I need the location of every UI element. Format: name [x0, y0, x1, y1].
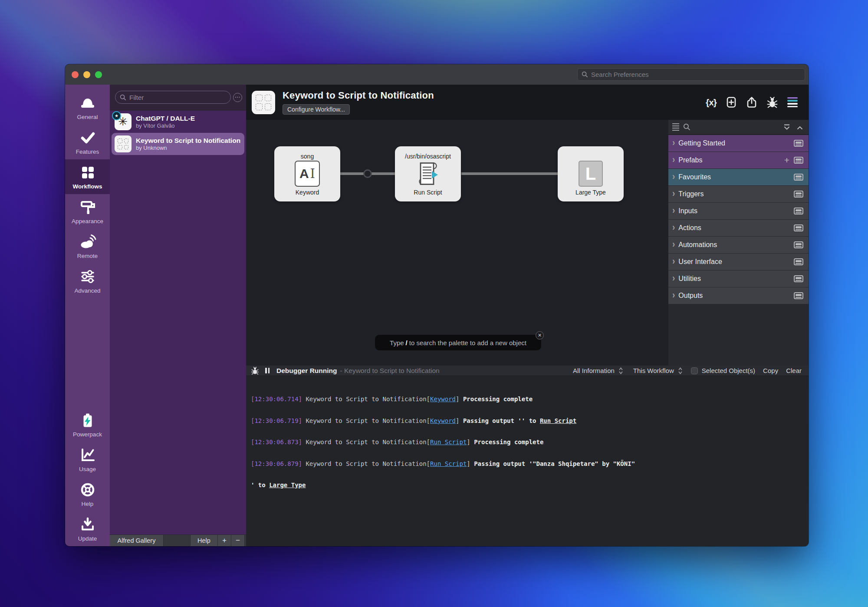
node-keyword[interactable]: song AI Keyword [274, 146, 340, 201]
copy-log-button[interactable]: Copy [763, 367, 778, 374]
palette-row-utilities[interactable]: › Utilities [668, 271, 809, 287]
log-line: [12:30:06.714] Keyword to Script to Noti… [251, 396, 809, 403]
node-run-script[interactable]: /usr/bin/osascript Run Script [395, 146, 461, 201]
pause-debugger-icon[interactable] [265, 368, 270, 373]
log-line: ' to Large Type [251, 482, 809, 489]
updated-badge-icon: ★ [112, 111, 121, 120]
stepper-icon[interactable] [678, 367, 683, 375]
share-icon[interactable] [746, 96, 757, 108]
battery-bolt-icon [79, 412, 96, 429]
detach-panel-icon[interactable] [794, 157, 803, 164]
tooltip-close-icon[interactable]: ✕ [536, 331, 544, 340]
connection-knob[interactable] [363, 169, 372, 178]
stepper-icon[interactable] [618, 367, 623, 375]
node-large-type[interactable]: L Large Type [558, 146, 624, 201]
debugger-log[interactable]: [12:30:06.714] Keyword to Script to Noti… [246, 376, 809, 546]
workflow-list-item-chatgpt[interactable]: ✳ ★ ChatGPT / DALL-E by Vítor Galvão [110, 111, 246, 133]
palette-row-automations[interactable]: › Automations [668, 237, 809, 253]
zoom-window-button[interactable] [95, 71, 102, 78]
run-script-icon [415, 161, 441, 187]
sidebar-item-label: Powerpack [73, 431, 102, 438]
log-scope-select[interactable]: This Workflow [633, 367, 674, 374]
workflow-filter-input[interactable] [129, 94, 220, 101]
detach-panel-icon[interactable] [794, 191, 803, 198]
debugger-header: Debugger Running - Keyword to Script to … [246, 366, 809, 376]
sidebar-item-appearance[interactable]: Appearance [65, 194, 110, 229]
colored-menu-icon[interactable] [787, 97, 798, 107]
remove-workflow-button[interactable]: − [231, 535, 245, 546]
detach-panel-icon[interactable] [794, 174, 803, 181]
sidebar-item-advanced[interactable]: Advanced [65, 264, 110, 298]
sidebar-item-label: Usage [79, 466, 96, 472]
palette-row-getting-started[interactable]: › Getting Started [668, 135, 809, 152]
workflow-author: by Unknown [136, 145, 240, 152]
add-object-icon[interactable] [726, 96, 737, 108]
palette-menu-icon[interactable] [672, 123, 679, 131]
detach-panel-icon[interactable] [794, 292, 803, 299]
log-link[interactable]: Large Type [269, 482, 306, 488]
sidebar-item-features[interactable]: Features [65, 125, 110, 159]
palette-row-favourites[interactable]: › Favourites [668, 169, 809, 185]
alfred-preferences-window: General Features Workflows Appearance Re… [65, 64, 809, 546]
grid-icon [79, 164, 96, 181]
log-link[interactable]: Run Script [540, 417, 576, 424]
palette-row-actions[interactable]: › Actions [668, 220, 809, 236]
sidebar-item-workflows[interactable]: Workflows [65, 159, 110, 194]
log-link[interactable]: Run Script [430, 439, 467, 445]
detach-panel-icon[interactable] [794, 140, 803, 147]
palette-search-icon[interactable] [683, 123, 690, 131]
detach-panel-icon[interactable] [794, 224, 803, 231]
sidebar-item-label: Advanced [74, 287, 100, 294]
sidebar-item-general[interactable]: General [65, 90, 110, 125]
add-workflow-button[interactable]: + [218, 535, 231, 546]
minimize-window-button[interactable] [83, 71, 90, 78]
palette-row-prefabs[interactable]: › Prefabs + [668, 152, 809, 168]
help-button[interactable]: Help [191, 535, 218, 546]
search-preferences-input[interactable] [591, 71, 791, 78]
palette-row-inputs[interactable]: › Inputs [668, 203, 809, 219]
sidebar-item-usage[interactable]: Usage [65, 442, 110, 477]
workflow-canvas[interactable]: song AI Keyword /usr/bin/osascript Run S… [246, 120, 668, 366]
sidebar-item-label: General [77, 114, 98, 120]
sidebar-item-update[interactable]: Update [65, 511, 110, 546]
search-preferences-field[interactable] [577, 68, 805, 81]
workflow-filter-field[interactable] [115, 91, 231, 104]
palette-row-user-interface[interactable]: › User Interface [668, 254, 809, 270]
debug-icon[interactable] [766, 96, 778, 108]
palette-row-triggers[interactable]: › Triggers [668, 186, 809, 202]
clear-log-button[interactable]: Clear [786, 367, 802, 374]
close-window-button[interactable] [72, 71, 79, 78]
workflow-header-title: Keyword to Script to Notification [283, 90, 434, 101]
variables-icon[interactable]: {x} [706, 97, 717, 108]
detach-panel-icon[interactable] [794, 241, 803, 248]
log-line: [12:30:06.719] Keyword to Script to Noti… [251, 417, 809, 425]
connection-line[interactable] [461, 172, 558, 175]
chevron-right-icon: › [672, 188, 675, 199]
add-prefab-icon[interactable]: + [784, 155, 789, 165]
selected-objects-checkbox[interactable] [691, 367, 698, 374]
filter-options-button[interactable]: ⋯ [233, 93, 242, 102]
workflow-list-item-keyword-to-script[interactable]: Keyword to Script to Notification by Unk… [112, 133, 244, 155]
sidebar-item-remote[interactable]: Remote [65, 229, 110, 264]
expand-all-icon[interactable] [796, 123, 804, 131]
detach-panel-icon[interactable] [794, 275, 803, 282]
sidebar-item-powerpack[interactable]: Powerpack [65, 407, 110, 442]
palette-row-outputs[interactable]: › Outputs [668, 287, 809, 304]
collapse-all-icon[interactable] [783, 123, 791, 131]
configure-workflow-button[interactable]: Configure Workflow... [283, 104, 350, 115]
paint-roller-icon [79, 198, 96, 216]
log-link[interactable]: Keyword [430, 417, 456, 424]
chevron-right-icon: › [672, 154, 675, 165]
checkmark-icon [79, 129, 96, 146]
sidebar-item-label: Appearance [72, 218, 103, 224]
selected-objects-label: Selected Object(s) [702, 367, 755, 374]
footer-gap [164, 535, 191, 546]
log-link[interactable]: Keyword [430, 396, 456, 402]
alfred-gallery-button[interactable]: Alfred Gallery [110, 535, 164, 546]
workflow-filter-bar: ⋯ [110, 85, 246, 111]
log-link[interactable]: Run Script [430, 460, 467, 467]
sidebar-item-help[interactable]: Help [65, 477, 110, 511]
detach-panel-icon[interactable] [794, 208, 803, 214]
detach-panel-icon[interactable] [794, 258, 803, 265]
log-level-select[interactable]: All Information [573, 367, 615, 374]
